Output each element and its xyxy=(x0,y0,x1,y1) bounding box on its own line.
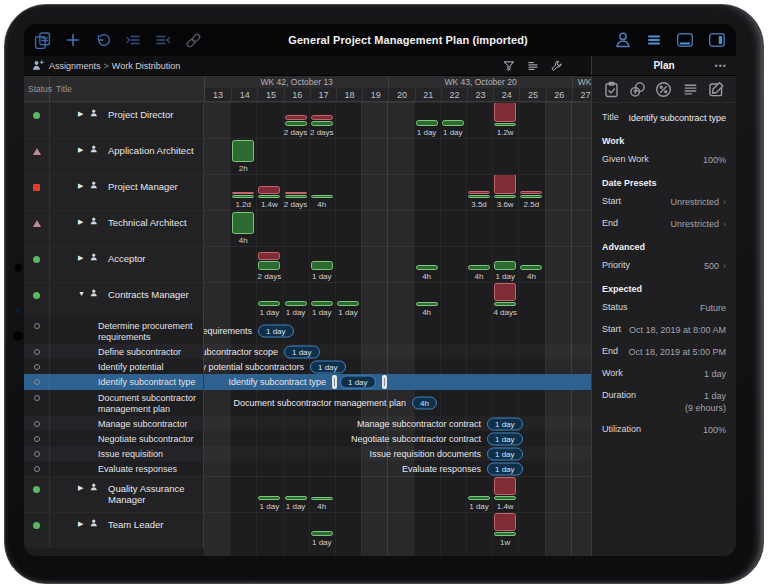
histogram-bar[interactable] xyxy=(520,265,542,270)
coins-icon[interactable] xyxy=(629,81,646,98)
inspector-field-priority[interactable]: Priority500› xyxy=(592,255,736,277)
histogram-bar[interactable] xyxy=(468,496,490,500)
clipboard-check-icon[interactable] xyxy=(603,81,620,98)
histogram-bar[interactable] xyxy=(311,195,333,198)
resource-row[interactable]: ▶Project Manager1.2d1.4w2 days4h3.5d3.6w… xyxy=(24,174,591,210)
histogram-bar[interactable] xyxy=(285,301,307,306)
histogram-bar[interactable] xyxy=(258,186,280,198)
menu-icon[interactable] xyxy=(646,32,662,48)
task-duration-badge[interactable]: 1 day xyxy=(310,360,346,373)
histogram-bar[interactable] xyxy=(311,497,333,500)
resource-row[interactable]: ▶Acceptor2 days1 day4h4h1 day4h xyxy=(24,246,591,282)
task-duration-badge[interactable]: 1 day xyxy=(284,345,320,358)
task-duration-badge[interactable]: 1 day xyxy=(487,432,523,445)
resource-row[interactable]: ▶Team Leader1 day1w xyxy=(24,512,591,548)
inspector-field-end[interactable]: EndUnrestricted› xyxy=(592,213,736,235)
histogram-bar[interactable] xyxy=(311,301,333,306)
inspector-field-start[interactable]: StartOct 18, 2019 at 8:00 AM xyxy=(592,319,736,341)
task-duration-badge[interactable]: 4h xyxy=(412,397,437,410)
inspector-field-start[interactable]: StartUnrestricted› xyxy=(592,191,736,213)
histogram-bar[interactable] xyxy=(494,283,516,306)
histogram-bar[interactable] xyxy=(494,175,516,198)
inspector-field-end[interactable]: EndOct 18, 2019 at 5:00 PM xyxy=(592,341,736,363)
histogram-bar[interactable] xyxy=(416,265,438,270)
inspector-field-given-work[interactable]: Given Work100% xyxy=(592,149,736,171)
histogram-bar[interactable] xyxy=(468,191,490,198)
resource-row[interactable]: ▼Contracts Manager1 day1 day1 day1 day4h… xyxy=(24,282,591,318)
histogram-bar[interactable] xyxy=(285,115,307,126)
layout-right-icon[interactable] xyxy=(708,31,726,49)
documents-icon[interactable] xyxy=(34,32,51,49)
histogram-bar[interactable] xyxy=(285,192,307,198)
inspector-field-work[interactable]: Work1 day xyxy=(592,363,736,385)
histogram-bar[interactable] xyxy=(258,301,280,306)
collapse-icon[interactable]: ▼ xyxy=(78,290,85,297)
task-duration-badge[interactable]: 1 day xyxy=(340,376,376,389)
percent-circle-icon[interactable] xyxy=(655,81,672,98)
inspector-field-status[interactable]: StatusFuture xyxy=(592,297,736,319)
breadcrumb[interactable]: Assignments > Work Distribution xyxy=(24,56,591,75)
histogram-bar[interactable] xyxy=(468,265,490,270)
expand-icon[interactable]: ▶ xyxy=(78,484,83,492)
drag-handle-left[interactable] xyxy=(332,375,337,389)
histogram-bar[interactable] xyxy=(494,261,516,270)
resource-row[interactable]: ▶Technical Architect4h xyxy=(24,210,591,246)
breadcrumb-view[interactable]: Work Distribution xyxy=(112,61,180,71)
resource-row[interactable]: ▶Application Architect2h xyxy=(24,138,591,174)
histogram-bar[interactable] xyxy=(232,212,254,234)
doc-lines-icon[interactable] xyxy=(527,60,539,72)
histogram-bar[interactable] xyxy=(494,477,516,500)
expand-icon[interactable]: ▶ xyxy=(78,146,83,154)
task-row[interactable]: Identify subcontract typeIdentify subcon… xyxy=(24,374,591,390)
pencil-square-icon[interactable] xyxy=(708,81,725,98)
user-icon[interactable] xyxy=(614,31,632,49)
histogram-bar[interactable] xyxy=(494,103,516,126)
expand-icon[interactable]: ▶ xyxy=(78,110,83,118)
more-options-icon[interactable]: ••• xyxy=(715,61,727,71)
outdent-icon[interactable] xyxy=(155,32,171,48)
expand-icon[interactable]: ▶ xyxy=(78,182,83,190)
histogram-bar[interactable] xyxy=(311,531,333,536)
add-icon[interactable] xyxy=(65,32,81,48)
indent-icon[interactable] xyxy=(125,32,141,48)
histogram-bar[interactable] xyxy=(337,301,359,306)
task-row[interactable]: Define subcontractor scopeDefine subcont… xyxy=(24,344,591,359)
wrench-icon[interactable] xyxy=(551,60,563,72)
resource-row[interactable]: ▶Quality Assurance Manager1 day1 day4h1 … xyxy=(24,476,591,512)
resource-row[interactable]: ▶Project Director2 days2 days1 day1 day1… xyxy=(24,102,591,138)
layout-bottom-icon[interactable] xyxy=(676,31,694,49)
task-row[interactable]: Issue requisition documentsIssue requisi… xyxy=(24,446,591,461)
inspector-field-utilization[interactable]: Utilization100% xyxy=(592,419,736,441)
task-row[interactable]: Document subcontractor management planDo… xyxy=(24,390,591,416)
histogram-bar[interactable] xyxy=(232,192,254,198)
drag-handle-right[interactable] xyxy=(382,375,387,389)
filter-icon[interactable] xyxy=(503,60,515,72)
histogram-bar[interactable] xyxy=(520,191,542,198)
histogram-bar[interactable] xyxy=(311,261,333,270)
task-row[interactable]: Identify potential subcontractorsIdentif… xyxy=(24,359,591,374)
task-duration-badge[interactable]: 1 day xyxy=(487,462,523,475)
task-duration-badge[interactable]: 1 day xyxy=(487,447,523,460)
histogram-bar[interactable] xyxy=(258,252,280,270)
undo-icon[interactable] xyxy=(95,32,111,48)
histogram-bar[interactable] xyxy=(416,302,438,306)
breadcrumb-section[interactable]: Assignments xyxy=(49,61,101,71)
expand-icon[interactable]: ▶ xyxy=(78,218,83,226)
expand-icon[interactable]: ▶ xyxy=(78,520,83,528)
inspector-field-title[interactable]: TitleIdentify subcontract type xyxy=(592,107,736,129)
task-row[interactable]: Determine procurement requirementsDeterm… xyxy=(24,318,591,344)
histogram-bar[interactable] xyxy=(311,115,333,126)
task-duration-badge[interactable]: 1 day xyxy=(487,417,523,430)
task-row[interactable]: Evaluate responsesEvaluate responses1 da… xyxy=(24,461,591,476)
histogram-bar[interactable] xyxy=(258,496,280,500)
histogram-bar[interactable] xyxy=(285,496,307,500)
task-row[interactable]: Manage subcontractor contractManage subc… xyxy=(24,416,591,431)
task-row[interactable]: Negotiate subcontractor contractNegotiat… xyxy=(24,431,591,446)
histogram-bar[interactable] xyxy=(442,120,464,126)
link-icon[interactable] xyxy=(185,32,202,49)
histogram-bar[interactable] xyxy=(494,513,516,536)
task-duration-badge[interactable]: 1 day xyxy=(258,325,294,338)
list-lines-icon[interactable] xyxy=(682,81,699,98)
histogram-bar[interactable] xyxy=(416,120,438,126)
histogram-bar[interactable] xyxy=(232,140,254,162)
